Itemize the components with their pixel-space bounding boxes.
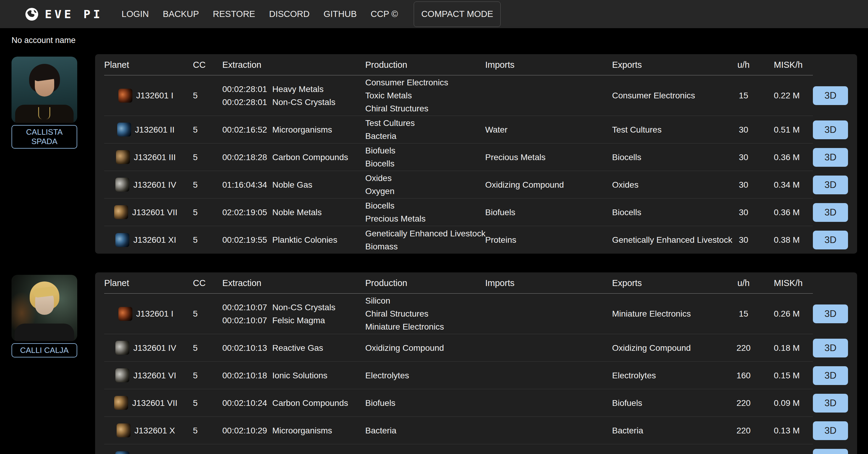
planet-icon [117, 123, 131, 136]
extraction-cell: 00:02:10:07Non-CS Crystals00:02:10:07Fel… [222, 294, 365, 334]
planet-name: J132601 XI [133, 452, 176, 454]
planet-icon [118, 307, 132, 321]
misk-per-hour-value: 0.13 M [774, 424, 800, 437]
production-cell: Genetically Enhanced LivestockBiomass [365, 226, 485, 254]
export-item: Oxidizing Compound [612, 342, 691, 354]
column-header-misk: MISK/h [766, 272, 813, 294]
column-header-extraction: Extraction [222, 54, 365, 75]
production-cell: Proteins [365, 444, 485, 454]
production-cell: Biofuels [365, 389, 485, 417]
view-3d-cell: 3D [813, 199, 857, 226]
nav-backup[interactable]: BACKUP [163, 9, 199, 19]
planet-cell: J132601 II [104, 116, 193, 143]
production-cell: Bacteria [365, 417, 485, 444]
view-3d-cell: 3D [813, 171, 857, 199]
units-per-hour-cell: 30 [721, 199, 766, 226]
character-card: CALLI CALJA [11, 272, 77, 357]
export-item: Bacteria [612, 424, 643, 437]
view-3d-button[interactable]: 3D [813, 339, 848, 357]
nav-restore[interactable]: RESTORE [213, 9, 255, 19]
misk-per-hour-cell: 0.12 M [766, 444, 813, 454]
export-item: Biofuels [612, 396, 642, 410]
export-item: Biocells [612, 206, 641, 219]
extraction-timer: 01:16:04:34 [222, 178, 267, 191]
planet-icon [115, 368, 129, 382]
units-per-hour-cell: 30 [721, 143, 766, 171]
production-item: Silicon [365, 294, 390, 307]
planet-table: PlanetCCExtractionProductionImportsExpor… [95, 54, 857, 254]
table-row: J132601 I500:02:10:07Non-CS Crystals00:0… [104, 294, 857, 334]
extraction-cell: 02:02:19:05Noble Metals [222, 199, 365, 226]
production-item: Genetically Enhanced Livestock [365, 227, 486, 240]
view-3d-button[interactable]: 3D [813, 449, 848, 454]
column-header-3d [813, 54, 857, 75]
misk-per-hour-cell: 0.36 M [766, 199, 813, 226]
view-3d-button[interactable]: 3D [813, 86, 848, 105]
extraction-line: 02:02:19:05Noble Metals [222, 206, 322, 219]
character-portrait[interactable] [11, 275, 77, 341]
column-header-cc: CC [193, 54, 222, 75]
view-3d-button[interactable]: 3D [813, 394, 848, 413]
extraction-resource: Microorganisms [272, 123, 332, 136]
misk-per-hour-value: 0.36 M [774, 151, 800, 164]
units-per-hour-cell: 30 [721, 116, 766, 143]
extraction-timer: 00:02:28:01 [222, 96, 267, 109]
column-header-label: Extraction [222, 278, 261, 288]
view-3d-cell: 3D [813, 143, 857, 171]
character-portrait[interactable] [11, 57, 77, 123]
planet-cell: J132601 IV [104, 334, 193, 362]
app-title: EVE PI [45, 7, 103, 21]
units-per-hour-value: 30 [739, 206, 748, 219]
view-3d-button[interactable]: 3D [813, 203, 848, 222]
units-per-hour-cell: 220 [721, 417, 766, 444]
production-item: Biofuels [365, 396, 396, 410]
view-3d-button[interactable]: 3D [813, 421, 848, 440]
nav-login[interactable]: LOGIN [121, 9, 149, 19]
column-header-label: Production [365, 278, 407, 288]
extraction-line: 00:02:28:01Heavy Metals [222, 83, 324, 96]
view-3d-button[interactable]: 3D [813, 175, 848, 194]
view-3d-button[interactable]: 3D [813, 121, 848, 139]
table-row: J132601 VII500:02:10:24Carbon CompoundsB… [104, 389, 857, 417]
cc-value: 5 [193, 396, 198, 410]
extraction-resource: Non-CS Crystals [272, 301, 335, 314]
column-header-uh: u/h [721, 54, 766, 75]
import-item: Oxidizing Compound [485, 178, 564, 191]
nav-github[interactable]: GITHUB [323, 9, 357, 19]
view-3d-button[interactable]: 3D [813, 304, 848, 323]
export-item: Electrolytes [612, 369, 656, 382]
column-header-label: Imports [485, 278, 515, 288]
view-3d-cell: 3D [813, 362, 857, 389]
cc-cell: 5 [193, 362, 222, 389]
extraction-timer: 00:02:10:07 [222, 301, 267, 314]
view-3d-cell: 3D [813, 444, 857, 454]
table-row: J132601 XI500:02:10:35Complex OrganismsP… [104, 444, 857, 454]
units-per-hour-value: 30 [739, 123, 748, 136]
view-3d-button[interactable]: 3D [813, 366, 848, 385]
compact-mode-button[interactable]: COMPACT MODE [414, 1, 501, 27]
nav-ccp[interactable]: CCP © [371, 9, 398, 19]
production-item: Proteins [365, 452, 397, 454]
planet-name: J132601 VII [132, 396, 177, 410]
extraction-line: 00:02:16:52Microorganisms [222, 123, 332, 136]
imports-cell: Oxidizing Compound [485, 171, 612, 199]
planet-cell: J132601 XI [104, 444, 193, 454]
character-name-button[interactable]: CALLISTA SPADA [11, 125, 77, 149]
extraction-cell: 00:02:18:28Carbon Compounds [222, 143, 365, 171]
character-name-button[interactable]: CALLI CALJA [11, 343, 77, 357]
units-per-hour-cell: 15 [721, 75, 766, 116]
planet-cell: J132601 III [104, 143, 193, 171]
view-3d-button[interactable]: 3D [813, 231, 848, 250]
production-item: Biocells [365, 157, 394, 170]
extraction-line: 00:02:10:07Felsic Magma [222, 314, 325, 327]
export-item: Test Cultures [612, 123, 661, 136]
misk-per-hour-cell: 0.09 M [766, 389, 813, 417]
column-header-3d [813, 272, 857, 294]
column-header-misk: MISK/h [766, 54, 813, 75]
extraction-timer: 00:02:16:52 [222, 123, 267, 136]
cc-value: 5 [193, 89, 198, 102]
view-3d-button[interactable]: 3D [813, 148, 848, 167]
production-cell: Electrolytes [365, 362, 485, 389]
misk-per-hour-value: 0.09 M [774, 396, 800, 410]
nav-discord[interactable]: DISCORD [269, 9, 310, 19]
